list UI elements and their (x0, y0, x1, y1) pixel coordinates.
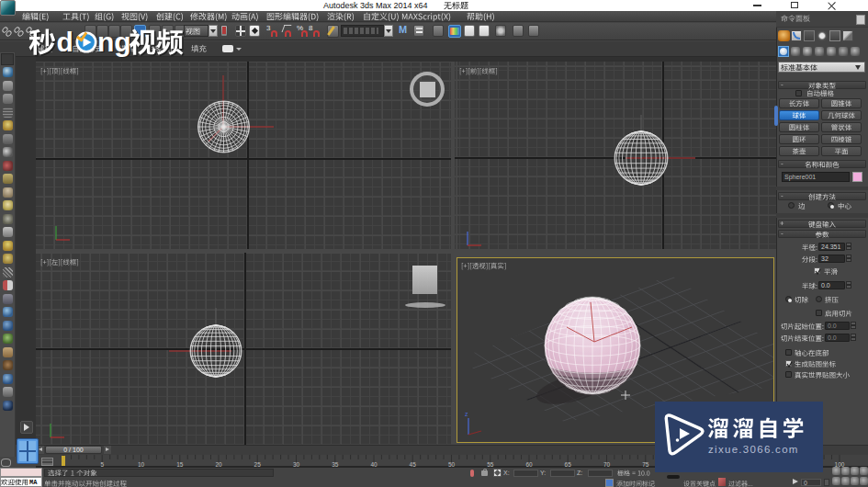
svg-text:ng: ng (97, 27, 131, 57)
svg-text:zixue.3066.com: zixue.3066.com (708, 444, 799, 455)
svg-text:d: d (57, 27, 73, 57)
